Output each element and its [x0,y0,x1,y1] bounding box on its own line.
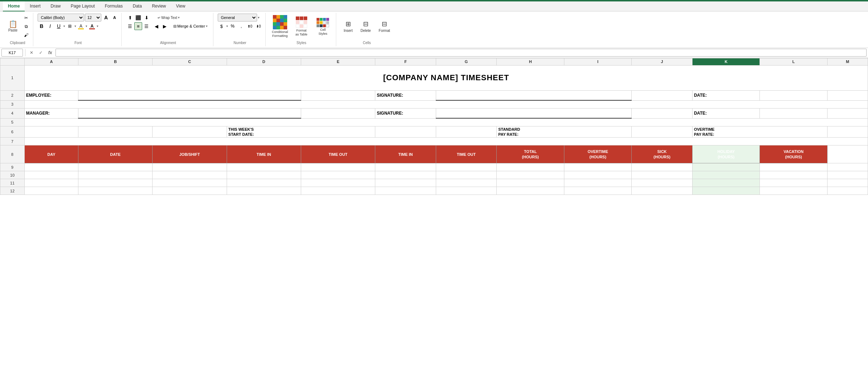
col-header-i[interactable]: I [564,58,631,65]
tab-draw[interactable]: Draw [45,1,66,11]
merge-center-button[interactable]: ⊟ Merge & Center ▾ [171,22,210,30]
cell-header-date[interactable]: DATE [78,145,153,163]
cell-signature2-label[interactable]: SIGNATURE: [375,108,436,118]
align-left-button[interactable]: ☰ [126,22,134,30]
cell-l9[interactable] [760,163,827,171]
col-header-j[interactable]: J [632,58,693,65]
cell-date-label[interactable]: DATE: [692,90,760,100]
cell-signature-label[interactable]: SIGNATURE: [375,90,436,100]
format-as-table-button[interactable]: Formatas Table [291,15,312,38]
cell-k11[interactable] [692,179,760,187]
cell-header-timein2[interactable]: TIME IN [375,145,436,163]
col-header-a[interactable]: A [24,58,78,65]
cell-d12[interactable] [227,187,301,195]
merge-center-dropdown[interactable]: ▾ [206,24,208,28]
font-color-button[interactable]: A [88,22,96,30]
cell-manager-label[interactable]: MANAGER: [24,108,78,118]
font-grow-button[interactable]: A [102,14,110,21]
cell-h10[interactable] [497,171,564,179]
align-center-button[interactable]: ≡ [134,22,142,30]
indent-increase-button[interactable]: ▶ [161,22,169,30]
tab-view[interactable]: View [171,1,191,11]
col-header-h[interactable]: H [497,58,564,65]
cell-a12[interactable] [24,187,78,195]
cell-header-vacation-hours[interactable]: VACATION(HOURS) [760,145,827,163]
cell-g12[interactable] [436,187,497,195]
comma-button[interactable]: , [237,22,245,30]
cell-header-overtime-hours[interactable]: OVERTIME(HOURS) [564,145,631,163]
fill-dropdown[interactable]: ▾ [86,24,87,28]
cell-f9[interactable] [375,163,436,171]
cell-k10[interactable] [692,171,760,179]
cell-c12[interactable] [153,187,227,195]
cell-empty-j2[interactable] [632,90,693,100]
cell-a9[interactable] [24,163,78,171]
cell-b11[interactable] [78,179,153,187]
name-box[interactable] [1,49,23,57]
cell-l12[interactable] [760,187,827,195]
fill-color-button[interactable]: A [77,22,85,30]
tab-home[interactable]: Home [3,1,25,11]
cell-date2-value[interactable] [760,108,827,118]
cell-a7[interactable] [24,138,868,145]
cell-m9[interactable] [827,163,868,171]
delete-button[interactable]: ⊟ Delete [357,16,374,37]
number-format-dropdown[interactable]: ▾ [258,16,260,19]
cell-f10[interactable] [375,171,436,179]
cell-e9[interactable] [301,163,375,171]
cell-empty-e4[interactable] [301,108,375,118]
cell-b10[interactable] [78,171,153,179]
cell-m12[interactable] [827,187,868,195]
cell-e11[interactable] [301,179,375,187]
currency-dropdown[interactable]: ▾ [226,24,228,28]
decrease-decimal-button[interactable]: ⬇0 [255,22,262,30]
col-header-k[interactable]: K [692,58,760,65]
cell-i10[interactable] [564,171,631,179]
tab-data[interactable]: Data [128,1,147,11]
cell-j12[interactable] [632,187,693,195]
tab-insert[interactable]: Insert [25,1,45,11]
wrap-text-button[interactable]: ↵ Wrap Text ▾ [153,14,185,21]
bold-button[interactable]: B [38,22,45,30]
underline-button[interactable]: U [55,22,63,30]
cell-l11[interactable] [760,179,827,187]
font-name-select[interactable]: Calibri (Body) [38,14,84,21]
cell-c10[interactable] [153,171,227,179]
cut-button[interactable]: ✂ [22,14,30,22]
conditional-formatting-button[interactable]: ConditionalFormatting [270,14,290,39]
cell-a11[interactable] [24,179,78,187]
cell-j10[interactable] [632,171,693,179]
cell-signature-value[interactable] [436,90,632,100]
format-button[interactable]: ⊟ Format [376,16,394,37]
cell-a3[interactable] [24,100,868,108]
cell-l10[interactable] [760,171,827,179]
cell-standard-pay-label[interactable]: STANDARDPAY RATE: [497,126,632,138]
cell-d10[interactable] [227,171,301,179]
cell-b12[interactable] [78,187,153,195]
cell-header-timein1[interactable]: TIME IN [227,145,301,163]
cell-standard-pay-value[interactable] [632,126,693,138]
cell-signature2-value[interactable] [436,108,632,118]
paste-button[interactable]: 📋 Paste [5,16,21,37]
align-top-button[interactable]: ⬆ [126,14,134,21]
cell-e10[interactable] [301,171,375,179]
tab-page-layout[interactable]: Page Layout [66,1,100,11]
cell-i11[interactable] [564,179,631,187]
align-bottom-button[interactable]: ⬇ [143,14,150,21]
cell-j11[interactable] [632,179,693,187]
col-header-b[interactable]: B [78,58,153,65]
italic-button[interactable]: I [46,22,54,30]
align-middle-button[interactable]: ⬛ [134,14,142,21]
copy-button[interactable]: ⧉ [22,23,30,30]
increase-decimal-button[interactable]: ⬆0 [246,22,254,30]
cell-date-value[interactable] [760,90,827,100]
col-header-e[interactable]: E [301,58,375,65]
cell-h9[interactable] [497,163,564,171]
col-header-d[interactable]: D [227,58,301,65]
col-header-l[interactable]: L [760,58,827,65]
col-header-f[interactable]: F [375,58,436,65]
formula-input[interactable] [56,49,867,57]
col-header-g[interactable]: G [436,58,497,65]
indent-decrease-button[interactable]: ◀ [153,22,160,30]
cell-employee-label[interactable]: EMPLOYEE: [24,90,78,100]
